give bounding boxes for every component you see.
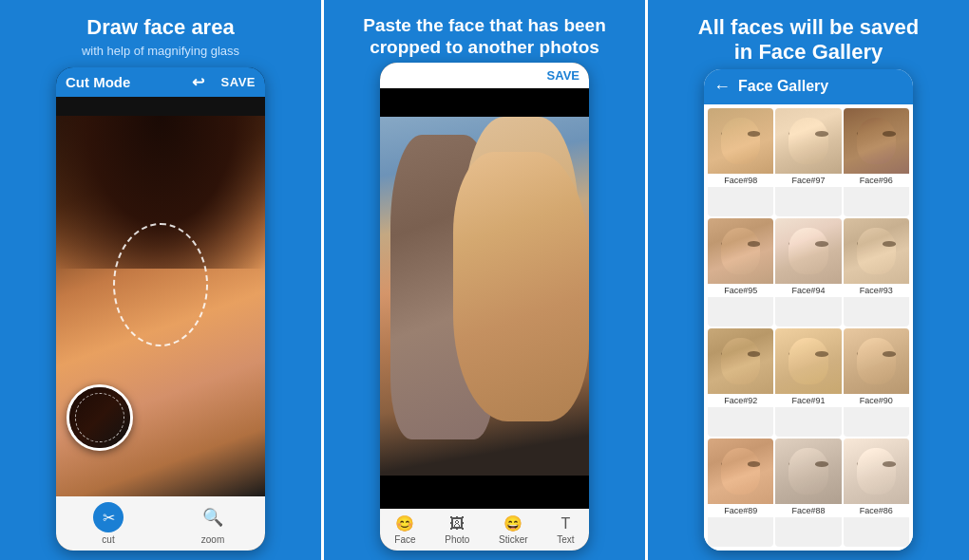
couple-photo [380, 117, 589, 476]
face-image-face-98 [708, 108, 773, 174]
zoom-tool-button[interactable]: 🔍 zoom [198, 502, 228, 545]
panel1-subtitle: with help of magnifying glass [82, 44, 239, 58]
paste-black-bar-bottom [380, 476, 589, 509]
face-image-face-89 [708, 439, 773, 504]
face-cell-face-93[interactable]: Face#93 [844, 218, 909, 327]
gallery-title: Face Gallery [738, 78, 828, 95]
paste-black-bar-top [380, 88, 589, 117]
face-label-face-91: Face#91 [775, 394, 841, 407]
face-label-face-86: Face#86 [844, 504, 909, 517]
face-selection-oval [113, 223, 208, 346]
face-cell-face-92[interactable]: Face#92 [708, 328, 773, 437]
face-label-face-98: Face#98 [708, 174, 773, 187]
zoom-label: zoom [201, 534, 224, 545]
photo-tool-button[interactable]: 🖼 Photo [445, 515, 469, 545]
phone-mockup-1: Cut Mode ↩ SAVE ✂ [56, 67, 265, 551]
face-image-face-88 [775, 439, 841, 504]
face-tool-icon: 😊 [395, 514, 414, 532]
magnifier-circle [66, 384, 133, 451]
face-label-face-97: Face#97 [775, 174, 841, 187]
panel3-title: All faces will be savedin Face Gallery [698, 15, 919, 65]
face-label-face-93: Face#93 [844, 284, 909, 297]
photo-tool-icon: 🖼 [449, 515, 465, 532]
text-tool-icon: T [561, 515, 571, 532]
face-tool-label: Face [394, 534, 415, 545]
sticker-tool-button[interactable]: 😄 Sticker [499, 514, 528, 545]
face-tool-button[interactable]: 😊 Face [394, 514, 415, 545]
face-image-face-90 [844, 328, 909, 394]
cut-icon: ✂ [93, 502, 124, 532]
undo-icon[interactable]: ↩ [192, 73, 204, 91]
face-image-face-93 [844, 218, 909, 284]
face-background [56, 116, 265, 496]
person2-silhouette [464, 117, 579, 404]
face-cell-face-89[interactable]: Face#89 [708, 439, 773, 547]
cut-mode-label: Cut Mode [66, 74, 130, 90]
face-image-face-95 [708, 218, 773, 284]
face-cell-face-95[interactable]: Face#95 [708, 218, 773, 327]
toolbar-right: ↩ SAVE [192, 73, 256, 91]
person1-silhouette [390, 135, 495, 440]
phone-mockup-3: ← Face Gallery Face#98Face#97Face#96Face… [704, 69, 913, 551]
back-arrow-icon[interactable]: ← [713, 77, 731, 97]
face-cell-face-97[interactable]: Face#97 [775, 108, 841, 216]
face-image-face-91 [775, 328, 841, 394]
paste-save-button[interactable]: SAVE [547, 68, 580, 83]
face-photo-area[interactable] [56, 116, 265, 496]
panel2-title: Paste the face that has been cropped to … [333, 15, 636, 59]
paste-toolbar: SAVE [380, 63, 589, 88]
zoom-icon: 🔍 [198, 502, 228, 532]
face-image-face-97 [775, 108, 841, 174]
magnifier-inner [69, 387, 130, 448]
top-black-bar [56, 97, 265, 116]
cut-label: cut [102, 534, 114, 545]
face-cell-face-90[interactable]: Face#90 [844, 328, 909, 437]
face-cell-face-86[interactable]: Face#86 [844, 439, 909, 547]
paste-bottom-toolbar: 😊 Face 🖼 Photo 😄 Sticker T Text [380, 509, 589, 551]
face-label-face-95: Face#95 [708, 284, 773, 297]
gallery-header: ← Face Gallery [704, 69, 913, 104]
face-cell-face-88[interactable]: Face#88 [775, 439, 841, 547]
sticker-tool-label: Sticker [499, 534, 528, 545]
face-image-face-96 [844, 108, 909, 174]
face-label-face-88: Face#88 [775, 504, 841, 517]
face-cell-face-98[interactable]: Face#98 [708, 108, 773, 216]
sticker-tool-icon: 😄 [504, 514, 522, 532]
panel-face-gallery: All faces will be savedin Face Gallery ←… [645, 0, 969, 560]
bottom-toolbar: ✂ cut 🔍 zoom [56, 496, 265, 551]
save-button[interactable]: SAVE [221, 75, 256, 89]
face-gallery-grid: Face#98Face#97Face#96Face#95Face#94Face#… [704, 104, 913, 551]
face-label-face-92: Face#92 [708, 394, 773, 407]
panel1-title: Draw face area [86, 15, 234, 40]
face-image-face-92 [708, 328, 773, 394]
text-tool-label: Text [557, 534, 574, 545]
face-label-face-90: Face#90 [844, 394, 909, 407]
face-label-face-89: Face#89 [708, 504, 773, 517]
magnifier-dashed-border [75, 393, 124, 441]
panel-draw-face: Draw face area with help of magnifying g… [0, 0, 321, 560]
face-cell-face-94[interactable]: Face#94 [775, 218, 841, 327]
face-image-face-94 [775, 218, 841, 284]
cut-tool-button[interactable]: ✂ cut [93, 502, 124, 545]
phone-mockup-2: SAVE 😊 Face 🖼 Photo 😄 Sticker [380, 63, 589, 551]
face-label-face-94: Face#94 [775, 284, 841, 297]
face-cell-face-91[interactable]: Face#91 [775, 328, 841, 437]
text-tool-button[interactable]: T Text [557, 515, 574, 545]
photo-tool-label: Photo [445, 534, 469, 545]
panel-paste-face: Paste the face that has been cropped to … [321, 0, 645, 560]
face-cell-face-96[interactable]: Face#96 [844, 108, 909, 216]
cut-mode-toolbar: Cut Mode ↩ SAVE [56, 67, 265, 97]
face-image-face-86 [844, 439, 909, 504]
face-label-face-96: Face#96 [844, 174, 909, 187]
